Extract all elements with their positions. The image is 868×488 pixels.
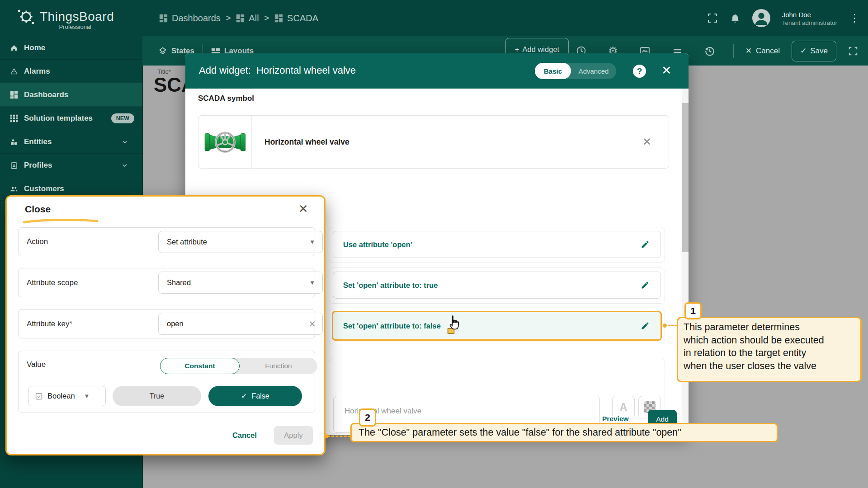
chevron-down-icon — [122, 162, 128, 169]
edit-pencil-icon[interactable] — [641, 321, 650, 330]
value-data-type-select[interactable]: Boolean ▼ — [28, 386, 106, 406]
step-1-callout: This parameter determines which action s… — [677, 317, 862, 382]
dialog-title: Add widget: Horizontal wheel valve — [199, 65, 356, 76]
cancel-edit-button[interactable]: ✕ Cancel — [745, 46, 780, 56]
title-underline-swoosh — [22, 218, 99, 224]
sidebar-item-dashboards[interactable]: Dashboards — [0, 83, 142, 107]
scada-symbol-section-label: SCADA symbol — [198, 94, 254, 103]
dashboard-grid-icon — [159, 14, 168, 23]
remove-symbol-icon[interactable]: ✕ — [642, 136, 651, 148]
connector-dash-1 — [665, 325, 677, 326]
check-icon: ✓ — [241, 392, 247, 400]
step-2-badge: 2 — [359, 408, 376, 427]
action-row: Action Set attribute ▼ — [18, 227, 315, 256]
close-x-icon: ✕ — [745, 46, 752, 56]
hand-cursor — [446, 314, 464, 335]
fullscreen-icon[interactable] — [707, 13, 718, 23]
dashboards-icon — [10, 91, 18, 99]
dialog-scrollbar[interactable] — [682, 89, 689, 435]
dropdown-arrow-icon: ▼ — [309, 279, 315, 286]
clear-x-icon[interactable]: ✕ — [308, 319, 316, 329]
behavior-card: Set 'open' attribute to: false — [329, 308, 665, 344]
action-label: Action — [27, 237, 48, 246]
sidebar-item-home[interactable]: Home — [0, 36, 142, 60]
user-avatar[interactable] — [752, 9, 770, 27]
tab-advanced[interactable]: Advanced — [571, 67, 616, 75]
sidebar-item-entities[interactable]: Entities — [0, 130, 142, 154]
templates-grid-icon — [10, 114, 18, 122]
close-dialog-close-icon[interactable]: ✕ — [298, 202, 308, 216]
valve-preview-image — [198, 116, 252, 168]
check-icon: ✓ — [800, 46, 807, 56]
plus-icon: + — [515, 45, 519, 54]
mode-toggle: Basic Advanced — [535, 63, 616, 79]
value-false-button[interactable]: ✓ False — [208, 386, 302, 406]
more-menu-icon[interactable]: ⋮ — [849, 13, 860, 23]
edit-pencil-icon[interactable] — [641, 281, 650, 290]
dialog-scrollbar-thumb[interactable] — [682, 103, 689, 252]
help-icon[interactable]: ? — [633, 65, 646, 78]
logo-subtitle: Professional — [38, 23, 91, 30]
checkbox-icon — [35, 392, 43, 400]
action-select[interactable]: Set attribute ▼ — [158, 231, 323, 253]
breadcrumb-dashboards[interactable]: Dashboards — [159, 13, 221, 23]
value-true-button[interactable]: True — [113, 386, 201, 406]
edit-pencil-icon[interactable] — [641, 240, 650, 249]
attribute-key-row: Attribute key* open ✕ — [18, 309, 315, 338]
close-action-dialog: Close ✕ Action Set attribute ▼ Attribute… — [5, 195, 326, 455]
chevron-down-icon — [122, 139, 128, 145]
value-label: Value — [27, 360, 46, 369]
attribute-scope-row: Attribute scope Shared ▼ — [18, 268, 315, 297]
logo-title: ThingsBoard — [40, 9, 114, 24]
attribute-key-field[interactable]: open ✕ — [158, 313, 323, 335]
attribute-scope-select[interactable]: Shared ▼ — [158, 272, 323, 294]
add-widget-dialog-header: Add widget: Horizontal wheel valve Basic… — [185, 53, 689, 89]
dashboard-grid-icon — [274, 14, 283, 23]
top-header: ThingsBoard Professional Dashboards > — [0, 0, 868, 36]
toggle-constant[interactable]: Constant — [160, 358, 240, 374]
attribute-scope-label: Attribute scope — [27, 278, 78, 287]
entities-shapes-icon — [10, 138, 18, 146]
notifications-bell-icon[interactable] — [730, 13, 741, 23]
dropdown-arrow-icon: ▼ — [309, 239, 315, 245]
thingsboard-logo-icon — [16, 7, 36, 27]
sidebar-item-profiles[interactable]: Profiles — [0, 154, 142, 177]
breadcrumb-all[interactable]: All — [236, 13, 259, 23]
connector-dash-2 — [327, 436, 351, 437]
value-row: Value Constant Function Boolean ▼ True ✓… — [18, 351, 315, 413]
behavior-row-set-false[interactable]: Set 'open' attribute to: false — [332, 311, 662, 341]
value-type-toggle: Constant Function — [160, 358, 317, 374]
behavior-card: Use attribute 'open' — [329, 227, 665, 263]
app-window: ThingsBoard Professional Dashboards > — [0, 0, 868, 488]
breadcrumb-separator: > — [226, 14, 231, 23]
behavior-row-use-attribute[interactable]: Use attribute 'open' — [333, 231, 661, 258]
user-info[interactable]: John Doe Tenant administrator — [782, 10, 837, 27]
behavior-row-set-true[interactable]: Set 'open' attribute to: true — [333, 272, 661, 299]
version-history-icon[interactable] — [704, 45, 716, 57]
expand-fullscreen-icon[interactable] — [848, 46, 858, 56]
symbol-name: Horizontal wheel valve — [264, 137, 349, 147]
toggle-function[interactable]: Function — [240, 358, 317, 374]
sidebar-item-alarms[interactable]: Alarms — [0, 60, 142, 83]
step-1-badge: 1 — [684, 302, 702, 319]
attribute-key-label: Attribute key* — [27, 319, 72, 328]
toolbar-divider — [733, 44, 734, 58]
dialog-close-icon[interactable]: ✕ — [661, 63, 672, 78]
step-2-callout: The "Close" parameter sets the value "fa… — [350, 423, 778, 442]
preview-button[interactable]: Preview — [602, 415, 629, 423]
customers-people-icon — [10, 185, 18, 193]
tab-basic[interactable]: Basic — [535, 63, 571, 79]
behavior-card: Set 'open' attribute to: true — [329, 267, 665, 304]
widget-title-input[interactable] — [344, 406, 590, 416]
new-badge: NEW — [111, 113, 134, 123]
home-icon — [10, 44, 18, 52]
apply-button[interactable]: Apply — [274, 426, 313, 445]
dropdown-arrow-icon: ▼ — [84, 393, 90, 399]
sidebar-item-solution-templates[interactable]: Solution templates NEW — [0, 107, 142, 130]
user-name: John Doe — [782, 10, 837, 20]
profiles-badge-icon — [10, 161, 18, 169]
cancel-button[interactable]: Cancel — [232, 431, 257, 440]
breadcrumb-separator: > — [264, 14, 269, 23]
save-button[interactable]: ✓ Save — [792, 41, 836, 61]
breadcrumb-scada[interactable]: SCADA — [274, 13, 318, 23]
